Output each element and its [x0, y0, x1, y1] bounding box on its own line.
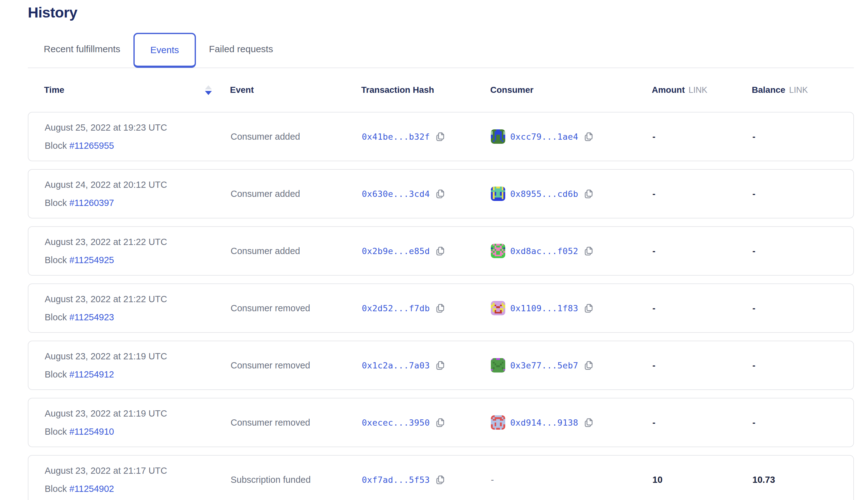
block-link[interactable]: #11254912: [69, 370, 114, 379]
tab-events[interactable]: Events: [134, 33, 196, 68]
copy-icon: [435, 417, 446, 428]
transaction-hash-cell: 0xecec...3950: [362, 417, 491, 428]
transaction-hash-link[interactable]: 0x630e...3cd4: [362, 189, 430, 199]
copy-icon: [435, 189, 446, 199]
copy-consumer-address-button[interactable]: [583, 360, 594, 371]
time-cell: August 24, 2022 at 20:12 UTC Block #1126…: [45, 179, 231, 208]
transaction-hash-link[interactable]: 0xecec...3950: [362, 418, 430, 428]
block-link[interactable]: #11254902: [69, 484, 114, 494]
tab-recent-fulfillments[interactable]: Recent fulfillments: [44, 44, 120, 54]
consumer-avatar: [491, 129, 505, 144]
block-line: Block #11254902: [45, 484, 231, 494]
event-type-label: Consumer added: [231, 246, 362, 256]
time-cell: August 23, 2022 at 21:19 UTC Block #1125…: [45, 408, 231, 437]
event-type-label: Consumer removed: [231, 418, 362, 428]
block-link[interactable]: #11265955: [69, 141, 114, 151]
event-time: August 24, 2022 at 20:12 UTC: [45, 179, 231, 190]
copy-icon: [583, 246, 594, 256]
amount-value: -: [652, 189, 752, 199]
column-header-time[interactable]: Time: [44, 85, 64, 95]
event-rows: August 25, 2022 at 19:23 UTC Block #1126…: [28, 112, 854, 500]
block-label: Block: [45, 484, 67, 494]
event-row: August 23, 2022 at 21:17 UTC Block #1125…: [28, 455, 854, 500]
block-line: Block #11254923: [45, 312, 231, 322]
block-label: Block: [45, 198, 67, 208]
copy-consumer-address-button[interactable]: [583, 417, 594, 428]
consumer-cell: 0xd8ac...f052: [491, 244, 652, 258]
consumer-avatar: [491, 358, 505, 373]
event-type-label: Consumer removed: [231, 303, 362, 314]
table-header: Time Event Transaction Hash Consumer Amo…: [28, 68, 854, 112]
balance-value: -: [752, 132, 853, 142]
consumer-cell: 0x3e77...5eb7: [491, 358, 652, 373]
block-link[interactable]: #11254923: [69, 312, 114, 322]
event-row: August 23, 2022 at 21:22 UTC Block #1125…: [28, 226, 854, 276]
block-line: Block #11265955: [45, 140, 231, 151]
copy-icon: [583, 360, 594, 371]
time-cell: August 25, 2022 at 19:23 UTC Block #1126…: [45, 122, 231, 151]
copy-icon: [435, 131, 446, 142]
sort-icon[interactable]: [205, 85, 212, 95]
event-row: August 23, 2022 at 21:19 UTC Block #1125…: [28, 398, 854, 447]
copy-consumer-address-button[interactable]: [583, 189, 594, 199]
copy-icon: [583, 417, 594, 428]
transaction-hash-cell: 0x1c2a...7a03: [362, 360, 491, 371]
column-header-balance: Balance LINK: [752, 85, 854, 95]
transaction-hash-link[interactable]: 0x2b9e...e85d: [362, 246, 430, 256]
consumer-address-link[interactable]: 0xd8ac...f052: [510, 246, 578, 256]
column-header-time-cell: Time: [44, 85, 230, 95]
copy-transaction-hash-button[interactable]: [435, 474, 446, 485]
balance-value: -: [752, 246, 853, 256]
copy-icon: [435, 360, 446, 371]
balance-value: -: [752, 418, 853, 428]
event-row: August 23, 2022 at 21:19 UTC Block #1125…: [28, 341, 854, 390]
consumer-avatar: [491, 301, 505, 315]
copy-consumer-address-button[interactable]: [583, 246, 594, 256]
copy-transaction-hash-button[interactable]: [435, 189, 446, 199]
copy-icon: [583, 303, 594, 314]
block-label: Block: [45, 370, 67, 379]
column-header-consumer: Consumer: [490, 85, 652, 95]
page-title: History: [28, 0, 854, 21]
tab-failed-requests[interactable]: Failed requests: [209, 44, 273, 54]
copy-consumer-address-button[interactable]: [583, 131, 594, 142]
balance-value: -: [752, 189, 853, 199]
transaction-hash-link[interactable]: 0x41be...b32f: [362, 132, 430, 141]
copy-transaction-hash-button[interactable]: [435, 246, 446, 256]
transaction-hash-link[interactable]: 0x2d52...f7db: [362, 304, 430, 313]
event-type-label: Consumer removed: [231, 360, 362, 371]
transaction-hash-cell: 0xf7ad...5f53: [362, 474, 491, 485]
consumer-address-link[interactable]: 0x3e77...5eb7: [510, 361, 578, 370]
copy-transaction-hash-button[interactable]: [435, 131, 446, 142]
copy-transaction-hash-button[interactable]: [435, 360, 446, 371]
consumer-address-link[interactable]: 0x8955...cd6b: [510, 189, 578, 199]
transaction-hash-cell: 0x41be...b32f: [362, 131, 491, 142]
event-time: August 23, 2022 at 21:22 UTC: [45, 294, 231, 304]
block-link[interactable]: #11254910: [69, 427, 114, 436]
tab-events-label: Events: [150, 45, 179, 55]
consumer-avatar: [491, 415, 505, 430]
consumer-avatar: [491, 186, 505, 201]
amount-value: -: [652, 132, 752, 142]
consumer-address-link[interactable]: 0xd914...9138: [510, 418, 578, 428]
column-header-amount-label: Amount: [652, 85, 685, 95]
copy-consumer-address-button[interactable]: [583, 303, 594, 314]
event-time: August 23, 2022 at 21:19 UTC: [45, 351, 231, 362]
block-link[interactable]: #11260397: [69, 198, 114, 208]
consumer-address-link[interactable]: -: [491, 475, 494, 485]
block-link[interactable]: #11254925: [69, 255, 114, 265]
consumer-address-link[interactable]: 0x1109...1f83: [510, 304, 578, 313]
event-row: August 23, 2022 at 21:22 UTC Block #1125…: [28, 283, 854, 333]
column-header-amount-unit: LINK: [689, 85, 707, 95]
copy-transaction-hash-button[interactable]: [435, 303, 446, 314]
transaction-hash-link[interactable]: 0x1c2a...7a03: [362, 361, 430, 370]
block-line: Block #11260397: [45, 197, 231, 208]
transaction-hash-cell: 0x2d52...f7db: [362, 303, 491, 314]
consumer-address-link[interactable]: 0xcc79...1ae4: [510, 132, 578, 141]
copy-transaction-hash-button[interactable]: [435, 417, 446, 428]
column-header-event: Event: [230, 85, 361, 95]
block-line: Block #11254925: [45, 255, 231, 265]
history-page: History Recent fulfillments Events Faile…: [28, 0, 854, 500]
transaction-hash-link[interactable]: 0xf7ad...5f53: [362, 475, 430, 485]
block-label: Block: [45, 427, 67, 436]
